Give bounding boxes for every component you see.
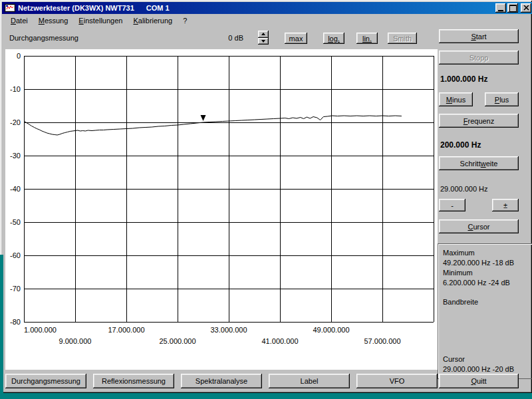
reflexionsmessung-button[interactable]: Reflexionsmessung xyxy=(93,374,174,388)
window-title-com-port: COM 1 xyxy=(146,4,170,12)
quitt-button[interactable]: Quitt xyxy=(439,374,519,388)
maximize-button[interactable] xyxy=(507,3,518,13)
spektralanalyse-button[interactable]: Spektralanalyse xyxy=(181,374,262,388)
plusminus-button[interactable]: ± xyxy=(492,199,519,211)
trace-line xyxy=(24,116,402,135)
frequenz-button[interactable]: Frequenz xyxy=(439,114,519,128)
x-tick-label: 57.000.000 xyxy=(364,337,400,345)
spacer xyxy=(443,307,528,354)
measurement-chart[interactable]: 0-10-20-30-40-50-60-70-801.000.00017.000… xyxy=(5,49,438,370)
start-button[interactable]: Start xyxy=(439,29,519,43)
spinner-up-button[interactable] xyxy=(258,31,269,38)
close-icon xyxy=(523,5,529,11)
maximize-icon xyxy=(509,5,517,12)
bandbreite-label: Bandbreite xyxy=(443,297,528,307)
minimize-icon xyxy=(498,10,503,11)
app-icon xyxy=(5,3,15,13)
max-button[interactable]: max xyxy=(285,33,307,44)
menubar: Datei Messung Einstellungen Kalibrierung… xyxy=(2,14,532,27)
measurement-info-box: Maximum 49.200.000 Hz -18 dB Minimum 6.2… xyxy=(438,243,532,379)
x-tick-label: 49.000.000 xyxy=(313,326,349,334)
menu-item-messung[interactable]: Messung xyxy=(33,15,74,26)
y-tick-label: -30 xyxy=(10,152,21,160)
chart-panel: 0-10-20-30-40-50-60-70-801.000.00017.000… xyxy=(5,49,438,370)
spinner-down-button[interactable] xyxy=(258,38,269,45)
minus-button[interactable]: Minus xyxy=(439,92,473,106)
menu-item-kalibrierung[interactable]: Kalibrierung xyxy=(128,15,178,26)
cursor-button[interactable]: Cursor xyxy=(439,219,519,233)
decrement-button[interactable]: - xyxy=(439,199,466,211)
y-tick-label: -80 xyxy=(10,318,21,326)
desktop-background-strip xyxy=(0,255,3,399)
menu-item-datei[interactable]: Datei xyxy=(5,15,33,26)
stopp-button[interactable]: Stopp xyxy=(439,51,519,65)
log-button[interactable]: log. xyxy=(323,33,344,44)
y-tick-label: -20 xyxy=(10,118,21,126)
titlebar: Netzwerktester (DK3WX) NWT731 COM 1 xyxy=(2,2,532,14)
mode-label: Durchgangsmessung xyxy=(9,34,78,42)
cursor-label: Cursor xyxy=(443,354,528,364)
smith-button[interactable]: Smith xyxy=(388,33,417,44)
minimum-value: 6.200.000 Hz -24 dB xyxy=(443,278,528,288)
app-window: Netzwerktester (DK3WX) NWT731 COM 1 Date… xyxy=(0,0,532,393)
attenuation-value: 0 dB xyxy=(214,34,243,42)
start-frequency-value: 1.000.000 Hz xyxy=(440,74,487,84)
y-tick-label: -60 xyxy=(10,251,21,259)
maximum-value: 49.200.000 Hz -18 dB xyxy=(443,258,528,268)
arrow-up-icon xyxy=(261,33,265,35)
menu-item-einstellungen[interactable]: Einstellungen xyxy=(73,15,128,26)
close-button[interactable] xyxy=(521,3,531,13)
window-title: Netzwerktester (DK3WX) NWT731 xyxy=(18,4,134,12)
minimize-button[interactable] xyxy=(495,3,506,13)
y-tick-label: 0 xyxy=(17,52,21,60)
x-tick-label: 25.000.000 xyxy=(159,337,196,345)
cursor-marker xyxy=(201,115,206,121)
arrow-down-icon xyxy=(261,40,265,43)
cursor-value: 29.000.000 Hz -20 dB xyxy=(443,364,528,374)
durchgangsmessung-button[interactable]: Durchgangsmessung xyxy=(5,374,86,388)
x-tick-label: 17.000.000 xyxy=(108,326,144,334)
x-tick-label: 1.000.000 xyxy=(24,326,57,334)
vfo-button[interactable]: VFO xyxy=(356,374,438,388)
x-tick-label: 41.000.000 xyxy=(261,337,298,345)
cursor-frequency-value: 29.000.000 Hz xyxy=(440,185,488,193)
maximum-label: Maximum xyxy=(443,248,528,258)
minimum-label: Minimum xyxy=(443,268,528,278)
step-frequency-value: 200.000 Hz xyxy=(440,140,481,150)
label-button[interactable]: Label xyxy=(269,374,350,388)
x-tick-label: 33.000.000 xyxy=(210,326,247,334)
attenuation-spinner xyxy=(258,31,269,45)
plus-button[interactable]: Plus xyxy=(485,92,519,106)
schrittweite-button[interactable]: Schrittweite xyxy=(439,156,519,170)
spacer xyxy=(443,288,528,297)
y-tick-label: -70 xyxy=(10,285,21,293)
lin-button[interactable]: lin. xyxy=(356,33,378,44)
y-tick-label: -40 xyxy=(10,185,21,193)
x-tick-label: 9.000.000 xyxy=(59,337,92,345)
y-tick-label: -10 xyxy=(10,85,21,93)
menu-item-help[interactable]: ? xyxy=(178,15,192,26)
y-tick-label: -50 xyxy=(10,218,21,226)
